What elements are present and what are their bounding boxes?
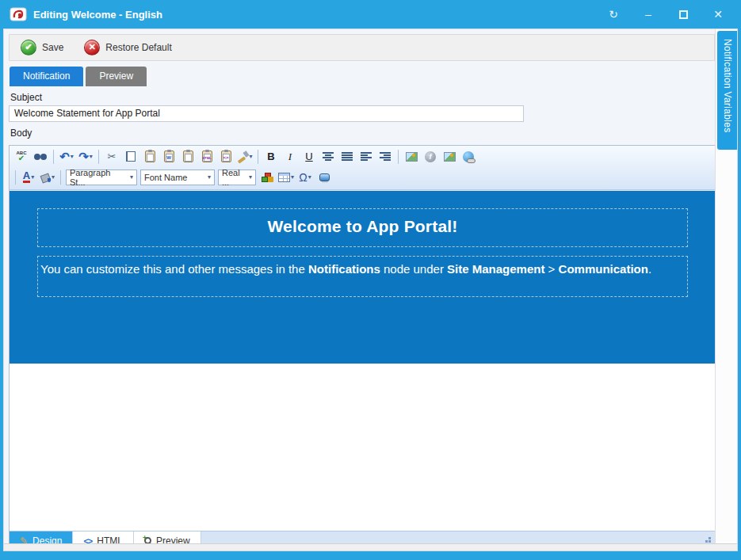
clipboard-glyph: HTML bbox=[202, 150, 212, 162]
format-stripper-caret-icon[interactable]: ▾ bbox=[249, 153, 252, 160]
background-color-caret-icon[interactable]: ▾ bbox=[52, 173, 55, 181]
justify-icon[interactable] bbox=[338, 148, 356, 165]
foreground-color-icon[interactable]: A▾ bbox=[20, 169, 37, 185]
justify-glyph bbox=[342, 152, 353, 161]
dropdown-caret-icon: ▾ bbox=[130, 173, 133, 181]
omega-glyph: Ω bbox=[299, 171, 307, 184]
dropdown-caret-icon: ▾ bbox=[208, 173, 211, 181]
find-icon[interactable] bbox=[32, 148, 49, 165]
editor-toolbar-row-1: ABC ✔ ↶▾ ↷▾ ✂ W HT bbox=[12, 147, 716, 167]
email-heading-block[interactable]: Welcome to App Portal! bbox=[37, 208, 688, 247]
minimize-button[interactable]: – bbox=[636, 5, 660, 24]
copy-icon[interactable] bbox=[122, 148, 139, 165]
undo-button[interactable]: ↶▾ bbox=[58, 148, 75, 165]
align-right-icon[interactable] bbox=[376, 148, 394, 165]
picture-glyph bbox=[406, 152, 418, 162]
undo-caret-icon[interactable]: ▾ bbox=[71, 153, 74, 160]
insert-snippet-icon[interactable] bbox=[258, 169, 276, 185]
image-manager-icon[interactable] bbox=[403, 148, 420, 165]
save-label: Save bbox=[42, 42, 63, 53]
tab-preview[interactable]: Preview bbox=[86, 67, 147, 86]
italic-icon[interactable]: I bbox=[281, 148, 299, 165]
insert-symbol-caret-icon[interactable]: ▾ bbox=[308, 173, 311, 181]
word-w-glyph: W bbox=[166, 154, 173, 162]
notification-variables-tab[interactable]: Notification Variables bbox=[717, 31, 737, 150]
save-button[interactable]: ✔ Save bbox=[21, 40, 63, 55]
flash-manager-icon[interactable]: f bbox=[422, 148, 439, 165]
command-toolbar: ✔ Save ✕ Restore Default bbox=[9, 34, 715, 61]
undo-icon: ↶ bbox=[59, 150, 70, 164]
font-name-value: Font Name bbox=[144, 173, 187, 182]
cut-icon[interactable]: ✂ bbox=[103, 148, 120, 165]
email-paragraph-block[interactable]: You can customize this and other message… bbox=[37, 256, 688, 297]
rich-text-editor: ABC ✔ ↶▾ ↷▾ ✂ W HT bbox=[9, 145, 716, 550]
paragraph-style-value: Paragraph St... bbox=[70, 168, 125, 187]
refresh-button[interactable]: ↻ bbox=[602, 5, 625, 24]
binoculars-glyph bbox=[34, 153, 47, 161]
redo-button[interactable]: ↷▾ bbox=[77, 148, 94, 165]
format-stripper-icon[interactable]: ▾ bbox=[236, 148, 254, 165]
paste-as-html-icon[interactable]: HTML bbox=[198, 148, 216, 165]
background-color-icon[interactable]: ▾ bbox=[39, 169, 56, 185]
brush-glyph bbox=[237, 151, 248, 162]
tab-row: Notification Preview bbox=[10, 67, 715, 86]
paint-bucket-glyph bbox=[40, 173, 51, 182]
toolbar-separator bbox=[15, 170, 16, 185]
toolbar-separator bbox=[53, 150, 54, 164]
maximize-icon bbox=[679, 10, 688, 19]
body-label: Body bbox=[10, 128, 715, 139]
foreground-color-caret-icon[interactable]: ▾ bbox=[31, 173, 34, 181]
page-glyph bbox=[185, 154, 192, 162]
email-body[interactable]: Welcome to App Portal! You can customize… bbox=[10, 191, 716, 364]
client-area: ✔ Save ✕ Restore Default Notification Pr… bbox=[3, 29, 738, 551]
spellcheck-icon[interactable]: ABC ✔ bbox=[13, 148, 30, 165]
scissors-glyph: ✂ bbox=[108, 150, 116, 162]
media-manager-icon[interactable] bbox=[441, 148, 458, 165]
copy-glyph bbox=[126, 151, 136, 162]
paragraph-segment: > bbox=[544, 262, 558, 276]
restore-default-label: Restore Default bbox=[105, 42, 171, 53]
email-paragraph-text: You can customize this and other message… bbox=[40, 262, 651, 276]
hyperlink-manager-icon[interactable] bbox=[460, 148, 477, 165]
align-center-icon[interactable] bbox=[319, 148, 337, 165]
underline-icon[interactable]: U bbox=[300, 148, 318, 165]
subject-input[interactable] bbox=[9, 105, 524, 122]
restore-default-button[interactable]: ✕ Restore Default bbox=[84, 40, 171, 55]
right-gutter: Notification Variables bbox=[715, 29, 737, 550]
paragraph-style-dropdown[interactable]: Paragraph St... ▾ bbox=[66, 170, 137, 185]
code-glyph: <> bbox=[223, 154, 230, 162]
bold-icon[interactable]: B bbox=[262, 148, 280, 165]
align-right-glyph bbox=[380, 152, 391, 161]
align-center-glyph bbox=[323, 152, 334, 161]
preview-monitor-icon[interactable] bbox=[315, 169, 333, 185]
dropdown-caret-icon: ▾ bbox=[249, 173, 252, 181]
status-strip bbox=[4, 543, 737, 550]
clipboard-glyph bbox=[145, 150, 155, 162]
monitor-glyph bbox=[319, 173, 330, 181]
insert-table-icon[interactable]: ▾ bbox=[277, 169, 295, 185]
align-left-icon[interactable] bbox=[357, 148, 375, 165]
paste-icon[interactable] bbox=[141, 148, 159, 165]
close-button[interactable]: ✕ bbox=[706, 5, 730, 24]
redo-icon: ↷ bbox=[78, 150, 89, 164]
insert-table-caret-icon[interactable]: ▾ bbox=[291, 173, 294, 181]
paragraph-segment: . bbox=[648, 262, 651, 276]
paste-from-word-icon[interactable]: W bbox=[160, 148, 178, 165]
insert-symbol-icon[interactable]: Ω▾ bbox=[296, 169, 314, 185]
restore-cross-icon: ✕ bbox=[84, 40, 100, 55]
maximize-button[interactable] bbox=[671, 5, 695, 24]
redo-caret-icon[interactable]: ▾ bbox=[90, 153, 93, 160]
html-glyph: HTML bbox=[204, 154, 211, 162]
paste-plain-text-icon[interactable] bbox=[179, 148, 197, 165]
underline-glyph: U bbox=[305, 150, 312, 162]
check-text: ✔ bbox=[18, 154, 25, 162]
tab-notification[interactable]: Notification bbox=[10, 67, 83, 86]
main-column: ✔ Save ✕ Restore Default Notification Pr… bbox=[4, 29, 715, 550]
spellcheck-glyph: ABC ✔ bbox=[17, 150, 27, 162]
font-size-dropdown[interactable]: Real ... ▾ bbox=[218, 170, 256, 185]
globe-link-glyph bbox=[463, 151, 474, 162]
title-bar: Editing Welcome - English ↻ – ✕ bbox=[3, 0, 738, 29]
paste-html-icon[interactable]: <> bbox=[217, 148, 235, 165]
editor-canvas[interactable]: Welcome to App Portal! You can customize… bbox=[10, 190, 716, 531]
font-name-dropdown[interactable]: Font Name ▾ bbox=[140, 170, 215, 185]
